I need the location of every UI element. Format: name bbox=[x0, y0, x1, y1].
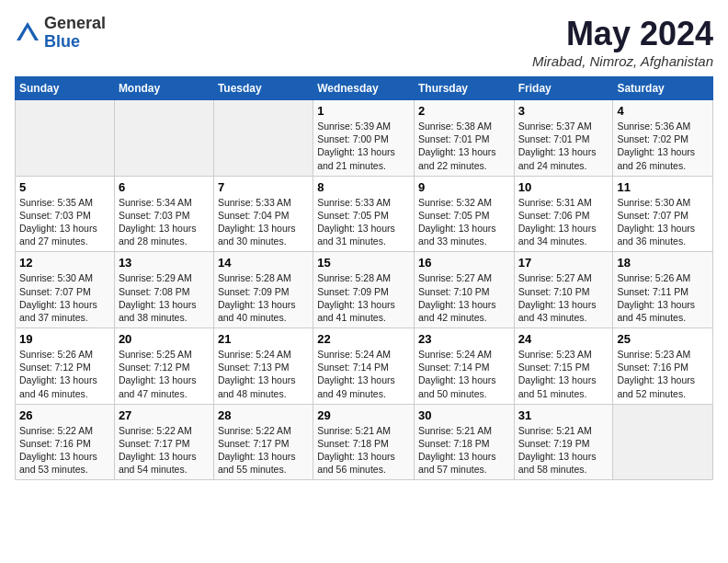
logo-general: General bbox=[44, 15, 106, 33]
calendar-cell: 3Sunrise: 5:37 AM Sunset: 7:01 PM Daylig… bbox=[514, 100, 613, 177]
calendar-header-cell: Wednesday bbox=[313, 77, 415, 100]
day-info: Sunrise: 5:24 AM Sunset: 7:14 PM Dayligh… bbox=[418, 348, 510, 400]
calendar-cell: 28Sunrise: 5:22 AM Sunset: 7:17 PM Dayli… bbox=[213, 404, 313, 480]
day-number: 3 bbox=[518, 104, 609, 118]
day-number: 17 bbox=[518, 256, 609, 270]
day-number: 14 bbox=[218, 256, 309, 270]
day-info: Sunrise: 5:23 AM Sunset: 7:16 PM Dayligh… bbox=[617, 348, 709, 400]
calendar-week-row: 26Sunrise: 5:22 AM Sunset: 7:16 PM Dayli… bbox=[16, 404, 713, 480]
logo-blue: Blue bbox=[44, 33, 106, 52]
day-number: 12 bbox=[19, 256, 110, 270]
day-number: 9 bbox=[418, 180, 510, 194]
day-number: 15 bbox=[317, 256, 410, 270]
calendar-cell bbox=[613, 404, 713, 480]
day-info: Sunrise: 5:28 AM Sunset: 7:09 PM Dayligh… bbox=[218, 271, 309, 324]
day-info: Sunrise: 5:39 AM Sunset: 7:00 PM Dayligh… bbox=[317, 120, 410, 172]
calendar-cell: 22Sunrise: 5:24 AM Sunset: 7:14 PM Dayli… bbox=[313, 328, 415, 405]
day-info: Sunrise: 5:36 AM Sunset: 7:02 PM Dayligh… bbox=[617, 120, 709, 172]
day-number: 6 bbox=[119, 180, 210, 194]
calendar-week-row: 12Sunrise: 5:30 AM Sunset: 7:07 PM Dayli… bbox=[16, 252, 713, 328]
day-number: 2 bbox=[418, 104, 510, 118]
day-number: 19 bbox=[19, 332, 110, 346]
day-info: Sunrise: 5:21 AM Sunset: 7:19 PM Dayligh… bbox=[518, 424, 609, 477]
calendar-header-row: SundayMondayTuesdayWednesdayThursdayFrid… bbox=[16, 77, 713, 100]
day-info: Sunrise: 5:28 AM Sunset: 7:09 PM Dayligh… bbox=[317, 271, 410, 324]
day-number: 22 bbox=[317, 332, 410, 346]
calendar-cell: 14Sunrise: 5:28 AM Sunset: 7:09 PM Dayli… bbox=[213, 252, 313, 328]
day-info: Sunrise: 5:23 AM Sunset: 7:15 PM Dayligh… bbox=[518, 348, 609, 400]
day-number: 4 bbox=[617, 104, 709, 118]
calendar-cell: 26Sunrise: 5:22 AM Sunset: 7:16 PM Dayli… bbox=[16, 404, 115, 480]
day-number: 25 bbox=[617, 332, 709, 346]
day-info: Sunrise: 5:30 AM Sunset: 7:07 PM Dayligh… bbox=[19, 271, 110, 324]
day-info: Sunrise: 5:22 AM Sunset: 7:16 PM Dayligh… bbox=[19, 424, 110, 477]
calendar-cell: 8Sunrise: 5:33 AM Sunset: 7:05 PM Daylig… bbox=[313, 176, 415, 252]
logo: General Blue bbox=[15, 15, 106, 52]
calendar-cell: 7Sunrise: 5:33 AM Sunset: 7:04 PM Daylig… bbox=[213, 176, 313, 252]
calendar-cell: 15Sunrise: 5:28 AM Sunset: 7:09 PM Dayli… bbox=[313, 252, 415, 328]
calendar-cell: 17Sunrise: 5:27 AM Sunset: 7:10 PM Dayli… bbox=[514, 252, 613, 328]
calendar-cell: 19Sunrise: 5:26 AM Sunset: 7:12 PM Dayli… bbox=[16, 328, 115, 405]
day-info: Sunrise: 5:26 AM Sunset: 7:11 PM Dayligh… bbox=[617, 271, 709, 324]
calendar-header-cell: Tuesday bbox=[213, 77, 313, 100]
calendar-table: SundayMondayTuesdayWednesdayThursdayFrid… bbox=[15, 76, 713, 480]
calendar-cell bbox=[114, 100, 213, 177]
day-info: Sunrise: 5:29 AM Sunset: 7:08 PM Dayligh… bbox=[119, 271, 210, 324]
calendar-cell: 21Sunrise: 5:24 AM Sunset: 7:13 PM Dayli… bbox=[213, 328, 313, 405]
calendar-cell: 18Sunrise: 5:26 AM Sunset: 7:11 PM Dayli… bbox=[613, 252, 713, 328]
day-info: Sunrise: 5:35 AM Sunset: 7:03 PM Dayligh… bbox=[19, 196, 110, 248]
day-info: Sunrise: 5:27 AM Sunset: 7:10 PM Dayligh… bbox=[518, 271, 609, 324]
day-info: Sunrise: 5:26 AM Sunset: 7:12 PM Dayligh… bbox=[19, 348, 110, 400]
day-number: 13 bbox=[119, 256, 210, 270]
calendar-week-row: 1Sunrise: 5:39 AM Sunset: 7:00 PM Daylig… bbox=[16, 100, 713, 177]
day-info: Sunrise: 5:21 AM Sunset: 7:18 PM Dayligh… bbox=[317, 424, 410, 477]
day-number: 30 bbox=[418, 408, 510, 422]
day-info: Sunrise: 5:33 AM Sunset: 7:04 PM Dayligh… bbox=[218, 196, 309, 248]
calendar-cell: 30Sunrise: 5:21 AM Sunset: 7:18 PM Dayli… bbox=[414, 404, 514, 480]
day-info: Sunrise: 5:24 AM Sunset: 7:14 PM Dayligh… bbox=[317, 348, 410, 400]
day-number: 31 bbox=[518, 408, 609, 422]
calendar-cell: 5Sunrise: 5:35 AM Sunset: 7:03 PM Daylig… bbox=[16, 176, 115, 252]
calendar-cell: 2Sunrise: 5:38 AM Sunset: 7:01 PM Daylig… bbox=[414, 100, 514, 177]
day-number: 1 bbox=[317, 104, 410, 118]
page-header: General Blue May 2024 Mirabad, Nimroz, A… bbox=[15, 15, 713, 69]
calendar-cell: 25Sunrise: 5:23 AM Sunset: 7:16 PM Dayli… bbox=[613, 328, 713, 405]
calendar-header-cell: Thursday bbox=[414, 77, 514, 100]
day-info: Sunrise: 5:38 AM Sunset: 7:01 PM Dayligh… bbox=[418, 120, 510, 172]
calendar-cell: 24Sunrise: 5:23 AM Sunset: 7:15 PM Dayli… bbox=[514, 328, 613, 405]
location: Mirabad, Nimroz, Afghanistan bbox=[532, 53, 713, 69]
day-number: 10 bbox=[518, 180, 609, 194]
calendar-cell: 10Sunrise: 5:31 AM Sunset: 7:06 PM Dayli… bbox=[514, 176, 613, 252]
day-number: 7 bbox=[218, 180, 309, 194]
month-title: May 2024 bbox=[532, 15, 713, 53]
day-number: 18 bbox=[617, 256, 709, 270]
day-number: 27 bbox=[119, 408, 210, 422]
day-info: Sunrise: 5:22 AM Sunset: 7:17 PM Dayligh… bbox=[119, 424, 210, 477]
day-info: Sunrise: 5:34 AM Sunset: 7:03 PM Dayligh… bbox=[119, 196, 210, 248]
calendar-header-cell: Monday bbox=[114, 77, 213, 100]
day-info: Sunrise: 5:37 AM Sunset: 7:01 PM Dayligh… bbox=[518, 120, 609, 172]
calendar-cell: 1Sunrise: 5:39 AM Sunset: 7:00 PM Daylig… bbox=[313, 100, 415, 177]
calendar-header-cell: Saturday bbox=[613, 77, 713, 100]
calendar-week-row: 19Sunrise: 5:26 AM Sunset: 7:12 PM Dayli… bbox=[16, 328, 713, 405]
calendar-cell bbox=[213, 100, 313, 177]
day-number: 28 bbox=[218, 408, 309, 422]
day-number: 29 bbox=[317, 408, 410, 422]
day-info: Sunrise: 5:30 AM Sunset: 7:07 PM Dayligh… bbox=[617, 196, 709, 248]
day-number: 21 bbox=[218, 332, 309, 346]
calendar-cell: 6Sunrise: 5:34 AM Sunset: 7:03 PM Daylig… bbox=[114, 176, 213, 252]
day-info: Sunrise: 5:24 AM Sunset: 7:13 PM Dayligh… bbox=[218, 348, 309, 400]
day-number: 26 bbox=[19, 408, 110, 422]
title-block: May 2024 Mirabad, Nimroz, Afghanistan bbox=[532, 15, 713, 69]
calendar-cell: 4Sunrise: 5:36 AM Sunset: 7:02 PM Daylig… bbox=[613, 100, 713, 177]
day-info: Sunrise: 5:22 AM Sunset: 7:17 PM Dayligh… bbox=[218, 424, 309, 477]
logo-text: General Blue bbox=[44, 15, 106, 52]
calendar-header-cell: Sunday bbox=[16, 77, 115, 100]
calendar-cell: 27Sunrise: 5:22 AM Sunset: 7:17 PM Dayli… bbox=[114, 404, 213, 480]
day-info: Sunrise: 5:25 AM Sunset: 7:12 PM Dayligh… bbox=[119, 348, 210, 400]
calendar-cell: 23Sunrise: 5:24 AM Sunset: 7:14 PM Dayli… bbox=[414, 328, 514, 405]
calendar-header-cell: Friday bbox=[514, 77, 613, 100]
day-number: 11 bbox=[617, 180, 709, 194]
calendar-cell bbox=[16, 100, 115, 177]
calendar-cell: 12Sunrise: 5:30 AM Sunset: 7:07 PM Dayli… bbox=[16, 252, 115, 328]
